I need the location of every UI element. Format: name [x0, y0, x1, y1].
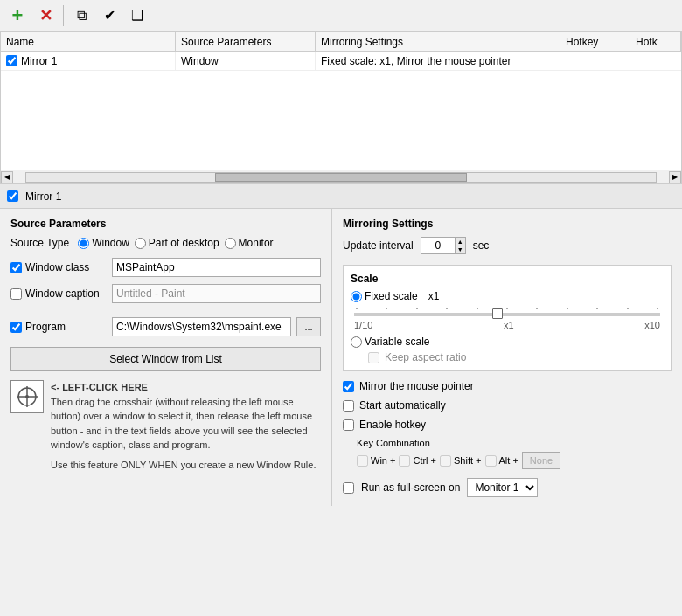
program-input[interactable]: [112, 317, 291, 336]
win-checkbox[interactable]: [357, 455, 368, 467]
fullscreen-label: Run as full-screen on: [361, 481, 460, 494]
fixed-scale-label[interactable]: Fixed scale: [351, 290, 418, 302]
copy-button[interactable]: ⧉: [69, 3, 94, 28]
fixed-scale-row: Fixed scale x1: [351, 290, 664, 302]
paste-button[interactable]: ✔: [97, 3, 122, 28]
window-class-row: Window class: [10, 258, 321, 277]
start-auto-label: Start automatically: [359, 399, 446, 412]
detail-body: Source Parameters Source Type Window Par…: [0, 209, 682, 506]
slider-container: 1/10 x1 x10: [351, 308, 664, 330]
window-class-checkbox[interactable]: [10, 262, 22, 273]
fullscreen-row: Run as full-screen on Monitor 1: [343, 478, 672, 497]
tick-dot: [416, 308, 418, 309]
ctrl-check-label[interactable]: Ctrl +: [399, 455, 436, 467]
crosshair-icon: [10, 380, 44, 413]
window-caption-label-wrap: Window caption: [10, 287, 107, 300]
enable-hotkey-checkbox[interactable]: [343, 419, 354, 431]
scale-slider-track[interactable]: [354, 313, 660, 316]
ctrl-checkbox[interactable]: [399, 455, 410, 467]
crosshair-svg: [15, 384, 39, 409]
enable-hotkey-row: Enable hotkey: [343, 419, 672, 431]
duplicate-button[interactable]: ❑: [125, 3, 150, 28]
tick-max: x10: [644, 320, 660, 330]
keep-aspect-checkbox[interactable]: [368, 352, 379, 363]
window-class-input[interactable]: [112, 258, 321, 277]
program-checkbox[interactable]: [10, 322, 22, 333]
none-button[interactable]: None: [522, 452, 560, 469]
variable-scale-label[interactable]: Variable scale: [351, 336, 429, 348]
slider-dots: [354, 308, 660, 309]
variable-scale-radio[interactable]: [351, 336, 362, 348]
scroll-track[interactable]: [25, 172, 657, 183]
fullscreen-checkbox[interactable]: [343, 482, 354, 494]
variable-scale-text: Variable scale: [365, 336, 429, 348]
scale-title: Scale: [351, 273, 664, 285]
scale-box: Scale Fixed scale x1: [343, 265, 672, 371]
row-checkbox[interactable]: [6, 55, 17, 66]
update-interval-label: Update interval: [343, 239, 414, 252]
radio-monitor[interactable]: [225, 238, 236, 249]
tick-dot: [567, 308, 568, 309]
window-caption-checkbox[interactable]: [10, 288, 22, 300]
detail-checkbox[interactable]: [7, 190, 18, 202]
table-row[interactable]: Mirror 1 Window Fixed scale: x1, Mirror …: [1, 52, 681, 71]
alt-checkbox[interactable]: [485, 455, 497, 467]
program-row: Program ...: [10, 317, 321, 336]
browse-button[interactable]: ...: [296, 317, 321, 336]
add-button[interactable]: +: [5, 3, 30, 28]
fixed-scale-radio[interactable]: [351, 291, 362, 302]
tick-dot: [446, 308, 448, 309]
paste-icon: ✔: [104, 7, 115, 24]
mirror-pointer-row: Mirror the mouse pointer: [343, 380, 672, 392]
col-hotk2: Hotk: [630, 32, 681, 51]
start-auto-row: Start automatically: [343, 399, 672, 412]
scroll-thumb[interactable]: [215, 173, 467, 182]
fixed-scale-text: Fixed scale: [365, 290, 418, 302]
table-header: Name Source Parameters Mirroring Setting…: [1, 32, 681, 52]
spin-up-button[interactable]: ▲: [456, 238, 465, 246]
window-caption-input[interactable]: [112, 284, 321, 303]
ctrl-label: Ctrl +: [413, 455, 436, 466]
radio-window[interactable]: [78, 238, 89, 249]
shift-checkbox[interactable]: [440, 455, 451, 467]
tick-dot: [386, 308, 387, 309]
row-name-cell: Mirror 1: [1, 52, 176, 70]
radio-monitor-label[interactable]: Monitor: [225, 237, 274, 249]
alt-check-label[interactable]: Alt +: [485, 455, 518, 467]
variable-scale-row: Variable scale: [351, 336, 664, 348]
row-source-cell: Window: [176, 52, 316, 70]
mirroring-settings-panel: Mirroring Settings Update interval ▲ ▼ s…: [332, 209, 682, 506]
update-interval-row: Update interval ▲ ▼ sec: [343, 237, 672, 254]
spin-down-button[interactable]: ▼: [456, 246, 465, 253]
window-caption-row: Window caption: [10, 284, 321, 303]
hint-left-click: <- LEFT-CLICK HERE: [51, 380, 321, 395]
win-check-label[interactable]: Win +: [357, 455, 395, 467]
scroll-right-arrow[interactable]: ▶: [669, 171, 681, 183]
row-mirror: Fixed scale: x1, Mirror the mouse pointe…: [321, 55, 511, 67]
monitor-select[interactable]: Monitor 1: [467, 478, 538, 497]
win-label: Win +: [371, 455, 395, 466]
spinner-arrows: ▲ ▼: [456, 237, 466, 254]
mirror-pointer-checkbox[interactable]: [343, 381, 354, 392]
radio-desktop-label[interactable]: Part of desktop: [135, 237, 219, 249]
radio-desktop[interactable]: [135, 238, 146, 249]
row-hotkey-cell: [560, 52, 630, 70]
shift-check-label[interactable]: Shift +: [440, 455, 482, 467]
col-source: Source Parameters: [176, 32, 316, 51]
tick-dot: [477, 308, 478, 309]
scale-slider-thumb[interactable]: [492, 308, 503, 319]
window-class-label: Window class: [25, 261, 89, 273]
radio-window-label[interactable]: Window: [78, 237, 129, 249]
start-auto-checkbox[interactable]: [343, 400, 354, 412]
col-name: Name: [1, 32, 176, 51]
window-class-label-wrap: Window class: [10, 261, 107, 273]
hint-body: Then drag the crosshair (without releasi…: [51, 395, 321, 453]
scroll-left-arrow[interactable]: ◀: [1, 171, 13, 183]
source-type-label: Source Type: [10, 237, 69, 249]
horizontal-scrollbar[interactable]: ◀ ▶: [1, 170, 681, 183]
remove-button[interactable]: ✕: [33, 3, 58, 28]
hint-note: Use this feature ONLY WHEN you create a …: [51, 458, 321, 473]
select-window-button[interactable]: Select Window from List: [10, 347, 321, 371]
update-interval-input[interactable]: [421, 237, 456, 254]
radio-window-text: Window: [92, 237, 129, 249]
